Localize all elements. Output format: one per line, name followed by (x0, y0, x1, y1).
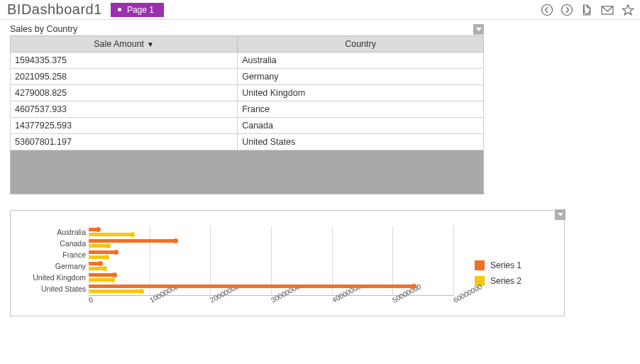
topbar: BIDashboard1 Page 1 (0, 0, 640, 20)
svg-point-1 (562, 4, 573, 15)
y-tick-label: United Kingdom (21, 272, 86, 283)
cell-amount: 14377925.593 (11, 118, 238, 134)
chart-bar[interactable] (89, 289, 142, 293)
legend-label: Series 1 (490, 260, 522, 270)
col-header-country[interactable]: Country (238, 36, 484, 53)
pdf-icon[interactable] (580, 4, 593, 16)
svg-point-0 (542, 4, 553, 15)
chart-bar[interactable] (89, 273, 115, 277)
tab-page1[interactable]: Page 1 (111, 3, 164, 17)
chart-row: Australia (21, 226, 453, 238)
col-header-sale-amount[interactable]: Sale Amount▼ (11, 36, 238, 53)
chart-row: France (21, 249, 453, 260)
sort-desc-icon: ▼ (147, 40, 154, 48)
y-tick-label: Canada (21, 238, 86, 249)
chart-bar[interactable] (89, 250, 116, 254)
table-row[interactable]: 4279008.825United Kingdom (11, 85, 484, 101)
chart-bar[interactable] (89, 239, 176, 243)
chart-widget-menu-icon[interactable] (555, 209, 565, 220)
chart-bar[interactable] (89, 285, 414, 288)
chart-bar[interactable] (89, 233, 133, 236)
cell-amount: 2021095.258 (11, 69, 238, 85)
cell-country: Germany (238, 69, 484, 85)
chart-bar[interactable] (89, 244, 109, 248)
cell-country: United States (238, 134, 484, 150)
back-icon[interactable] (541, 4, 553, 16)
y-tick-label: United States (21, 283, 86, 294)
chart-bar[interactable] (89, 255, 107, 259)
legend-swatch-icon (475, 260, 485, 270)
x-tick-label: 60000000 (452, 282, 483, 304)
chart-widget: 0100000002000000030000000400000005000000… (10, 210, 565, 316)
cell-country: Australia (238, 53, 484, 69)
cell-country: Canada (238, 118, 484, 134)
chart-bar[interactable] (89, 267, 105, 270)
tab-label: Page 1 (127, 5, 154, 15)
forward-icon[interactable] (561, 4, 573, 16)
y-tick-label: Australia (21, 226, 86, 238)
legend-item-series2[interactable]: Series 2 (475, 276, 522, 286)
table-row[interactable]: 4607537.933France (11, 101, 484, 118)
cell-amount: 4279008.825 (11, 85, 238, 101)
cell-amount: 1594335.375 (11, 53, 238, 69)
chart-row: United States (21, 283, 453, 294)
table-widget: Sales by Country Sale Amount▼ Country 15… (10, 24, 484, 194)
table-empty-area (10, 150, 484, 194)
star-icon[interactable] (622, 4, 634, 16)
chart-row: United Kingdom (21, 272, 453, 283)
tab-modified-dot-icon (118, 8, 121, 11)
legend-label: Series 2 (490, 276, 522, 286)
cell-amount: 4607537.933 (11, 101, 238, 118)
y-tick-label: France (21, 249, 86, 260)
chart-row: Germany (21, 260, 453, 272)
chart-bar[interactable] (89, 278, 113, 282)
cell-country: United Kingdom (238, 85, 484, 101)
chart-bar[interactable] (89, 228, 99, 231)
table-row[interactable]: 53607801.197United States (11, 134, 484, 150)
dashboard-title: BIDashboard1 (7, 1, 102, 18)
table-row[interactable]: 2021095.258Germany (11, 69, 484, 85)
y-tick-label: Germany (21, 260, 86, 272)
legend-item-series1[interactable]: Series 1 (475, 260, 522, 270)
chart-bar[interactable] (89, 262, 101, 265)
chart-plot[interactable]: 0100000002000000030000000400000005000000… (21, 226, 453, 311)
table-row[interactable]: 14377925.593Canada (11, 118, 484, 134)
table-row[interactable]: 1594335.375Australia (11, 53, 484, 69)
table-title: Sales by Country (10, 24, 484, 34)
x-tick-label: 0 (87, 295, 94, 304)
cell-amount: 53607801.197 (11, 134, 238, 150)
chart-gridline (453, 226, 454, 296)
chart-row: Canada (21, 238, 453, 249)
mail-icon[interactable] (600, 4, 614, 16)
cell-country: France (238, 101, 484, 118)
table-widget-menu-icon[interactable] (473, 24, 484, 35)
sales-table: Sale Amount▼ Country 1594335.375Australi… (10, 35, 484, 150)
